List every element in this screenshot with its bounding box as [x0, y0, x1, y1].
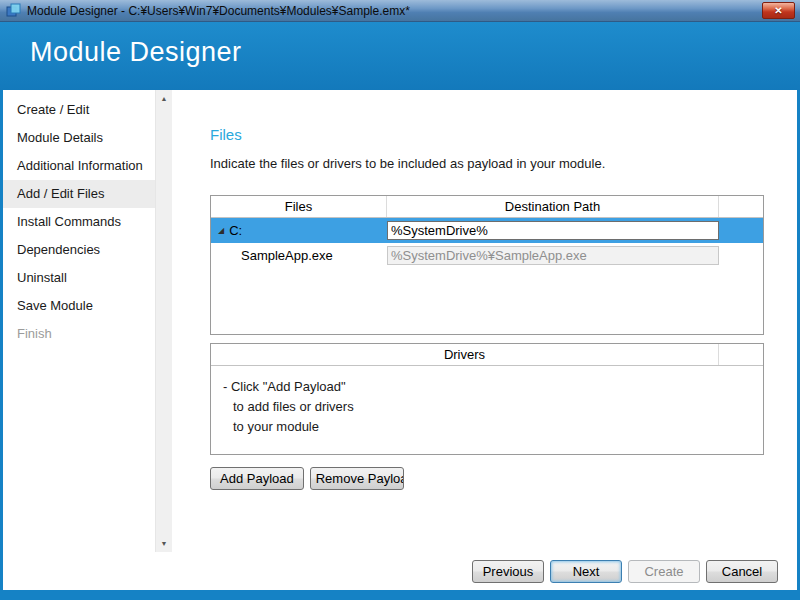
sidebar-item-uninstall[interactable]: Uninstall — [3, 264, 155, 292]
app-icon — [6, 3, 21, 18]
bottom-accent-strip — [0, 590, 800, 600]
next-button[interactable]: Next — [550, 560, 622, 583]
remove-payload-button[interactable]: Remove Payload — [310, 467, 404, 490]
page-title: Module Designer — [0, 22, 800, 68]
close-icon: ✕ — [774, 6, 782, 16]
message-line: to your module — [223, 417, 763, 437]
files-table-header: Files Destination Path — [211, 196, 763, 218]
files-table: Files Destination Path ◢ C: — [210, 195, 764, 335]
scroll-down-icon[interactable]: ▼ — [156, 535, 173, 552]
section-title: Files — [210, 126, 769, 143]
sidebar-scrollbar[interactable]: ▲ ▼ — [155, 90, 172, 552]
sidebar-item-additional-information[interactable]: Additional Information — [3, 152, 155, 180]
cancel-button[interactable]: Cancel — [706, 560, 778, 583]
section-description: Indicate the files or drivers to be incl… — [210, 156, 769, 171]
message-line: to add files or drivers — [223, 397, 763, 417]
sidebar-item-save-module[interactable]: Save Module — [3, 292, 155, 320]
scroll-up-icon[interactable]: ▲ — [156, 90, 173, 107]
drivers-column-header[interactable]: Drivers — [211, 344, 719, 365]
drivers-empty-message: - Click "Add Payload" to add files or dr… — [211, 366, 763, 454]
sidebar-item-create-edit[interactable]: Create / Edit — [3, 96, 155, 124]
header-banner: Module Designer — [0, 22, 800, 90]
message-line: - Click "Add Payload" — [223, 377, 763, 397]
destination-path-column-header[interactable]: Destination Path — [387, 196, 719, 217]
table-filler — [211, 268, 763, 334]
destination-cell — [387, 218, 719, 243]
main-area: Create / Edit Module Details Additional … — [0, 90, 800, 552]
sidebar-item-finish: Finish — [3, 320, 155, 348]
file-node-cell: SampleApp.exe — [211, 248, 387, 263]
sidebar: Create / Edit Module Details Additional … — [3, 90, 155, 552]
expander-icon[interactable]: ◢ — [218, 227, 224, 235]
destination-path-input-disabled — [387, 246, 719, 265]
file-node-cell: ◢ C: — [211, 223, 387, 238]
previous-button[interactable]: Previous — [472, 560, 544, 583]
drivers-table: Drivers - Click "Add Payload" to add fil… — [210, 343, 764, 455]
destination-cell — [387, 243, 719, 268]
footer: Previous Next Create Cancel — [0, 552, 800, 590]
sidebar-item-install-commands[interactable]: Install Commands — [3, 208, 155, 236]
main-content: Files Indicate the files or drivers to b… — [172, 90, 797, 552]
sidebar-item-module-details[interactable]: Module Details — [3, 124, 155, 152]
add-payload-button[interactable]: Add Payload — [210, 467, 304, 490]
window-title: Module Designer - C:¥Users¥Win7¥Document… — [27, 4, 410, 18]
close-button[interactable]: ✕ — [762, 2, 795, 19]
table-row[interactable]: ◢ C: — [211, 218, 763, 243]
payload-actions: Add Payload Remove Payload — [210, 467, 769, 490]
destination-path-input[interactable] — [387, 221, 719, 240]
file-node-label: SampleApp.exe — [241, 248, 333, 263]
titlebar[interactable]: Module Designer - C:¥Users¥Win7¥Document… — [0, 0, 800, 22]
table-row[interactable]: SampleApp.exe — [211, 243, 763, 268]
extra-column-header — [719, 196, 763, 217]
drivers-table-header: Drivers — [211, 344, 763, 366]
extra-column-header — [719, 344, 763, 365]
sidebar-item-add-edit-files[interactable]: Add / Edit Files — [3, 180, 155, 208]
sidebar-item-dependencies[interactable]: Dependencies — [3, 236, 155, 264]
create-button: Create — [628, 560, 700, 583]
module-designer-window: Module Designer - C:¥Users¥Win7¥Document… — [0, 0, 800, 600]
file-node-label: C: — [229, 223, 242, 238]
files-column-header[interactable]: Files — [211, 196, 387, 217]
